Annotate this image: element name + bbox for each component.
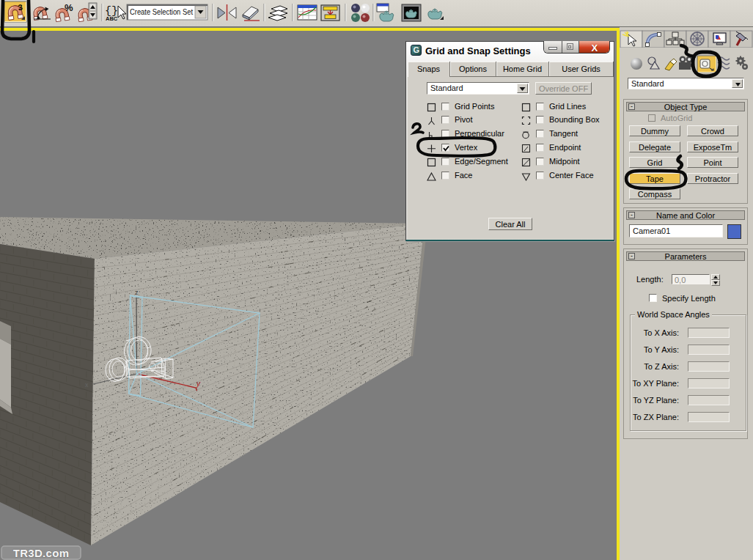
svg-text:Create Selection Set: Create Selection Set: [130, 7, 193, 16]
svg-text:z: z: [135, 289, 139, 296]
svg-text:x: x: [85, 381, 89, 388]
svg-text:TR3D.com: TR3D.com: [13, 547, 70, 559]
svg-text:ABC: ABC: [106, 15, 118, 22]
svg-text:y: y: [196, 380, 201, 388]
svg-text:%: %: [65, 2, 73, 13]
